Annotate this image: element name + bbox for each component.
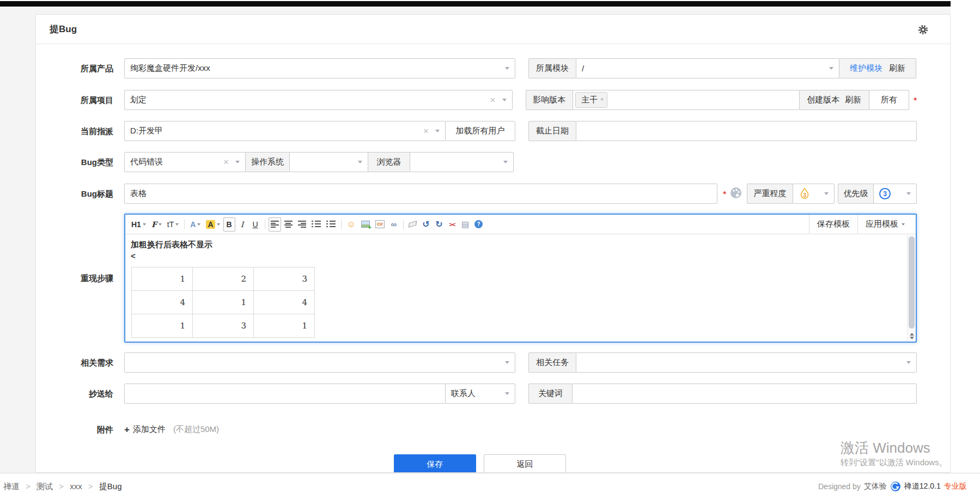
bug-type-select[interactable]: 代码错误 × bbox=[124, 152, 246, 172]
align-center-button[interactable] bbox=[282, 217, 295, 232]
help-button[interactable]: ? bbox=[472, 217, 485, 232]
windows-activation-watermark: 激活 Windows 转到"设置"以激活 Windows。 bbox=[841, 439, 947, 468]
assignee-select[interactable]: D:开发甲 × bbox=[124, 121, 446, 141]
keywords-input[interactable] bbox=[572, 384, 917, 404]
bold-button[interactable]: B bbox=[223, 217, 235, 232]
underline-button[interactable]: U bbox=[249, 217, 261, 232]
keywords-addon-label: 关键词 bbox=[528, 384, 573, 404]
steps-label: 重现步骤 bbox=[37, 268, 113, 288]
version-tag-box[interactable]: 主干 × bbox=[573, 90, 800, 110]
align-center-icon bbox=[284, 221, 293, 228]
related-task-select[interactable] bbox=[576, 352, 917, 373]
unordered-list-button[interactable] bbox=[324, 217, 338, 232]
align-left-button[interactable] bbox=[269, 217, 281, 232]
emoji-button[interactable]: ☺ bbox=[345, 217, 358, 232]
bug-type-value: 代码错误 bbox=[130, 157, 163, 167]
priority-select[interactable]: 3 bbox=[873, 184, 917, 204]
breadcrumb-item-product[interactable]: xxx bbox=[70, 482, 82, 491]
version-refresh-button[interactable]: 刷新 bbox=[845, 95, 861, 105]
align-right-button[interactable] bbox=[296, 217, 308, 232]
save-button[interactable]: 保存 bbox=[394, 454, 476, 473]
browser-select[interactable] bbox=[410, 152, 514, 172]
clear-icon[interactable]: × bbox=[423, 126, 429, 136]
zentao-logo-icon bbox=[890, 481, 901, 492]
module-value: / bbox=[582, 64, 584, 73]
save-template-button[interactable]: 保存模板 bbox=[809, 215, 857, 234]
font-family-button[interactable]: F bbox=[149, 217, 164, 232]
rich-text-editor: H1 F tT A A B I U ☺ bbox=[124, 214, 917, 343]
table-row: 1 3 1 bbox=[132, 314, 315, 338]
bug-title-input[interactable]: 表格 bbox=[124, 184, 717, 204]
table-cell: 1 bbox=[132, 314, 193, 338]
editor-scrollbar[interactable] bbox=[907, 235, 916, 342]
insert-image-button[interactable] bbox=[359, 217, 372, 232]
app-version-text: 禅道12.0.1 bbox=[904, 482, 941, 491]
undo-icon: ↺ bbox=[422, 219, 429, 229]
redo-button[interactable]: ↻ bbox=[433, 217, 445, 232]
module-refresh-button[interactable]: 刷新 bbox=[889, 63, 905, 74]
link-icon: ∞ bbox=[391, 220, 397, 229]
maintain-module-link[interactable]: 维护模块 bbox=[850, 63, 882, 74]
smiley-icon: ☺ bbox=[347, 220, 356, 229]
add-file-button[interactable]: 添加文件 bbox=[133, 424, 166, 435]
settings-gear-icon[interactable] bbox=[918, 25, 928, 35]
chevron-down-icon bbox=[906, 361, 911, 364]
paste-button[interactable]: ▤ bbox=[459, 217, 471, 232]
scrollbar-thumb[interactable] bbox=[909, 236, 915, 328]
cc-input[interactable] bbox=[124, 384, 446, 404]
product-select[interactable]: 绚彩魔盒硬件开发/xxx bbox=[124, 58, 515, 78]
highlight-color-button[interactable]: A bbox=[204, 217, 222, 232]
all-versions-button[interactable]: 所有 bbox=[869, 90, 909, 110]
chevron-down-icon bbox=[906, 192, 911, 195]
chevron-down-icon bbox=[505, 392, 509, 395]
file-size-hint: (不超过50M) bbox=[173, 424, 219, 435]
fullscreen-button[interactable]: >< bbox=[446, 217, 458, 232]
editor-toolbar: H1 F tT A A B I U ☺ bbox=[125, 215, 916, 234]
steps-text-line2: < bbox=[131, 250, 902, 261]
product-value: 绚彩魔盒硬件开发/xxx bbox=[130, 63, 210, 74]
create-version-button[interactable]: 创建版本 bbox=[807, 95, 839, 105]
breadcrumb-separator: > bbox=[88, 482, 93, 491]
code-button[interactable]: C# bbox=[373, 217, 387, 232]
color-palette-icon[interactable] bbox=[729, 186, 742, 201]
breadcrumb-item-test[interactable]: 测试 bbox=[36, 482, 53, 491]
module-select[interactable]: / bbox=[576, 58, 839, 78]
files-label: 附件 bbox=[37, 419, 113, 440]
back-button[interactable]: 返回 bbox=[484, 454, 566, 473]
breadcrumb-item-home[interactable]: 禅道 bbox=[3, 482, 20, 491]
insert-link-button[interactable]: ∞ bbox=[388, 217, 400, 232]
steps-text-line1: 加粗换行后表格不显示 bbox=[131, 239, 902, 250]
breadcrumb-separator: > bbox=[59, 482, 64, 491]
load-all-users-button[interactable]: 加载所有用户 bbox=[445, 121, 515, 141]
remove-tag-icon[interactable]: × bbox=[600, 94, 604, 105]
project-select[interactable]: 划定 × bbox=[124, 90, 513, 110]
chevron-down-icon bbox=[505, 361, 509, 364]
os-select[interactable] bbox=[289, 152, 368, 172]
ordered-list-icon bbox=[312, 221, 321, 228]
severity-select[interactable]: 3 bbox=[793, 184, 835, 204]
italic-button[interactable]: I bbox=[236, 217, 248, 232]
clear-icon[interactable]: × bbox=[490, 95, 496, 105]
contacts-select[interactable]: 联系人 bbox=[445, 384, 515, 404]
undo-button[interactable]: ↺ bbox=[420, 217, 432, 232]
apply-template-button[interactable]: 应用模板 bbox=[857, 215, 912, 234]
related-story-select[interactable] bbox=[124, 352, 515, 373]
deadline-input[interactable] bbox=[576, 121, 917, 141]
remove-format-button[interactable] bbox=[407, 217, 419, 232]
heading-button[interactable]: H1 bbox=[129, 217, 148, 232]
editor-content[interactable]: 加粗换行后表格不显示 < 1 2 3 4 1 4 bbox=[125, 234, 916, 342]
text-color-button[interactable]: A bbox=[188, 217, 203, 232]
scrollbar-arrows[interactable] bbox=[908, 331, 915, 340]
table-cell: 3 bbox=[254, 267, 315, 291]
code-icon: C# bbox=[375, 220, 385, 228]
chevron-down-icon bbox=[502, 99, 507, 101]
unordered-list-icon bbox=[326, 221, 336, 228]
brand-link[interactable]: 艾体验 bbox=[864, 482, 887, 491]
font-size-button[interactable]: tT bbox=[165, 217, 181, 232]
clear-icon[interactable]: × bbox=[223, 157, 229, 167]
chevron-down-icon bbox=[829, 67, 833, 70]
scroll-down-icon bbox=[910, 337, 914, 339]
table-cell: 4 bbox=[132, 291, 193, 314]
ordered-list-button[interactable] bbox=[309, 217, 323, 232]
clipboard-icon: ▤ bbox=[461, 220, 469, 229]
